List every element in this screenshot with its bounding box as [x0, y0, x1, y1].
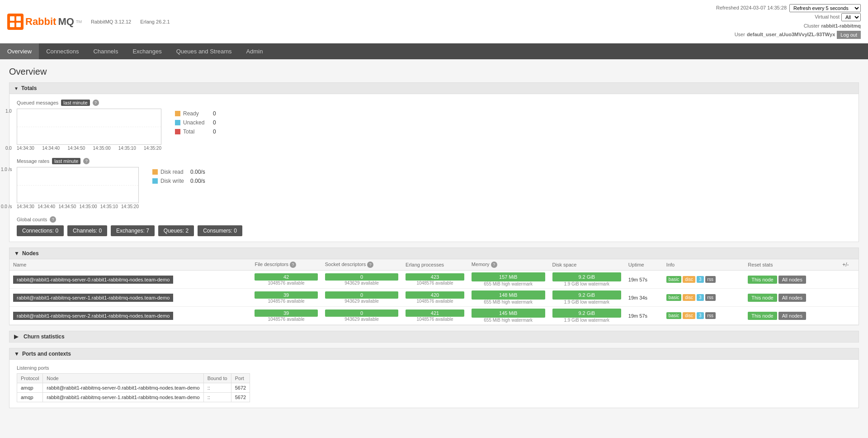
rates-chart-container: 1.0 /s 0.0 /s 14:34:30 14:34:40 14:34:50…	[17, 167, 139, 209]
badge-basic[interactable]: basic	[666, 276, 681, 283]
legend-disk-read: Disk read 0.00/s	[152, 169, 205, 175]
node-name-label: rabbit@rabbit1-rabbitmq-server-2.rabbit1…	[13, 312, 173, 320]
message-rates-label: Message rates	[17, 158, 49, 164]
this-node-button[interactable]: This node	[748, 294, 777, 302]
legend-disk-read-color	[152, 169, 158, 175]
rates-chart-y-bottom: 0.0 /s	[1, 204, 12, 209]
socket-desc-help[interactable]: ?	[367, 262, 373, 268]
table-row: rabbit@rabbit1-rabbitmq-server-1.rabbit1…	[9, 289, 859, 307]
global-counts-label-row: Global counts ?	[17, 216, 851, 223]
global-counts-badges: Connections: 0 Channels: 0 Exchanges: 7 …	[17, 225, 851, 236]
nav-item-exchanges[interactable]: Exchanges	[125, 43, 169, 59]
memory-sub: 655 MiB high watermark	[472, 300, 545, 305]
bound-cell: ::	[203, 383, 231, 393]
rabbitmq-logo-icon	[7, 14, 24, 30]
legend-total-label: Total	[183, 129, 210, 135]
memory-help[interactable]: ?	[491, 262, 497, 268]
this-node-button[interactable]: This node	[748, 312, 777, 320]
file-desc-help[interactable]: ?	[290, 262, 296, 268]
totals-section: Totals Queued messages last minute ? 1.0…	[9, 82, 859, 242]
disk-bar: 9.2 GiB	[552, 290, 621, 300]
badge-disc[interactable]: disc	[683, 276, 695, 283]
disk-cell: 9.2 GiB 1.9 GiB low watermark	[549, 289, 625, 307]
badge-disc[interactable]: disc	[683, 294, 695, 301]
queued-messages-label-row: Queued messages last minute ?	[17, 100, 851, 106]
refresh-select[interactable]: Refresh every 5 seconds Refresh every 10…	[789, 4, 861, 12]
node-name-cell: rabbit@rabbit1-rabbitmq-server-2.rabbit1…	[9, 307, 251, 325]
legend-total-color	[175, 129, 180, 134]
ports-col-node: Node	[43, 374, 203, 383]
node-cell: rabbit@rabbit1-rabbitmq-server-1.rabbit1…	[43, 393, 203, 402]
nodes-section-header[interactable]: Nodes	[9, 248, 859, 259]
badge-basic[interactable]: basic	[666, 312, 681, 319]
nav-item-overview[interactable]: Overview	[0, 43, 39, 59]
queued-messages-label: Queued messages	[17, 100, 58, 105]
this-node-button[interactable]: This node	[748, 276, 777, 284]
ports-section-header[interactable]: Ports and contexts	[9, 348, 859, 360]
badge-num[interactable]: 3	[697, 312, 704, 319]
extra-cell	[839, 271, 859, 289]
consumers-badge[interactable]: Consumers: 0	[198, 225, 242, 236]
legend-total: Total 0	[175, 129, 216, 135]
file-desc-value: 39	[255, 309, 317, 317]
ports-col-bound: Bound to	[203, 374, 231, 383]
nav-item-connections[interactable]: Connections	[39, 43, 86, 59]
legend-disk-write-label: Disk write	[160, 178, 188, 184]
cluster-label: Cluster	[804, 22, 820, 31]
all-nodes-button[interactable]: All nodes	[778, 276, 806, 284]
log-out-button[interactable]: Log out	[837, 31, 861, 39]
nodes-title: Nodes	[22, 250, 39, 257]
badge-rss[interactable]: rss	[705, 312, 716, 319]
memory-sub: 655 MiB high watermark	[472, 281, 545, 286]
erlang-proc-avail: 1048576 available	[406, 317, 464, 322]
legend-ready-label: Ready	[183, 110, 210, 117]
badge-rss[interactable]: rss	[705, 276, 716, 283]
all-nodes-button[interactable]: All nodes	[778, 294, 806, 302]
disk-sub: 1.9 GiB low watermark	[552, 318, 621, 323]
nav-item-channels[interactable]: Channels	[86, 43, 125, 59]
file-desc-value: 42	[255, 273, 317, 281]
badge-num[interactable]: 3	[697, 294, 704, 301]
totals-arrow-icon	[14, 86, 19, 91]
badge-rss[interactable]: rss	[705, 294, 716, 301]
uptime-cell: 19m 57s	[625, 307, 663, 325]
last-minute-tag[interactable]: last minute	[61, 100, 90, 106]
list-item: amqp rabbit@rabbit1-rabbitmq-server-1.ra…	[17, 393, 250, 402]
virtual-host-select[interactable]: All /	[841, 13, 861, 21]
socket-desc-value: 0	[325, 309, 398, 317]
nodes-arrow-icon	[14, 250, 19, 257]
erlang-proc-value: 423	[406, 273, 464, 281]
global-counts-help-icon[interactable]: ?	[50, 216, 56, 223]
message-rates-chart-area: 1.0 /s 0.0 /s 14:34:30 14:34:40 14:34:50…	[17, 167, 851, 209]
socket-desc-avail: 943629 available	[325, 281, 398, 286]
refresh-row: Refreshed 2024-03-07 14:35:28 Refresh ev…	[716, 4, 861, 13]
col-erlang-proc: Erlang processes	[402, 259, 468, 271]
table-row: rabbit@rabbit1-rabbitmq-server-0.rabbit1…	[9, 271, 859, 289]
all-nodes-button[interactable]: All nodes	[778, 312, 806, 320]
message-rates-tag[interactable]: last minute	[52, 158, 80, 164]
queued-help-icon[interactable]: ?	[93, 100, 99, 106]
rates-chart-y-top: 1.0 /s	[1, 167, 12, 172]
cluster-name: rabbit1-rabbitmq	[821, 22, 861, 31]
erlang-proc-cell: 421 1048576 available	[402, 307, 468, 325]
protocol-cell: amqp	[17, 393, 43, 402]
queued-messages-chart-area: 1.0 0.0 14:34:30 14:34:40 14:34:50 14:35…	[17, 109, 851, 151]
col-plus-minus[interactable]: +/-	[839, 259, 859, 271]
badge-basic[interactable]: basic	[666, 294, 681, 301]
badge-num[interactable]: 3	[697, 276, 704, 283]
channels-badge[interactable]: Channels: 0	[67, 225, 107, 236]
connections-badge[interactable]: Connections: 0	[17, 225, 64, 236]
nav-item-queues[interactable]: Queues and Streams	[169, 43, 239, 59]
churn-section-header[interactable]: Churn statistics	[9, 331, 859, 342]
nav-item-admin[interactable]: Admin	[239, 43, 270, 59]
rt5: 14:35:10	[100, 204, 118, 209]
disk-cell: 9.2 GiB 1.9 GiB low watermark	[549, 271, 625, 289]
badge-disc[interactable]: disc	[683, 312, 695, 319]
totals-section-header[interactable]: Totals	[9, 83, 859, 94]
header: RabbitMQTM RabbitMQ 3.12.12 Erlang 26.2.…	[0, 0, 868, 43]
exchanges-badge[interactable]: Exchanges: 7	[111, 225, 155, 236]
queues-badge[interactable]: Queues: 2	[158, 225, 194, 236]
uptime-value: 19m 34s	[628, 295, 647, 300]
message-rates-help-icon[interactable]: ?	[83, 158, 90, 164]
virtual-host-label: Virtual host	[815, 13, 840, 22]
